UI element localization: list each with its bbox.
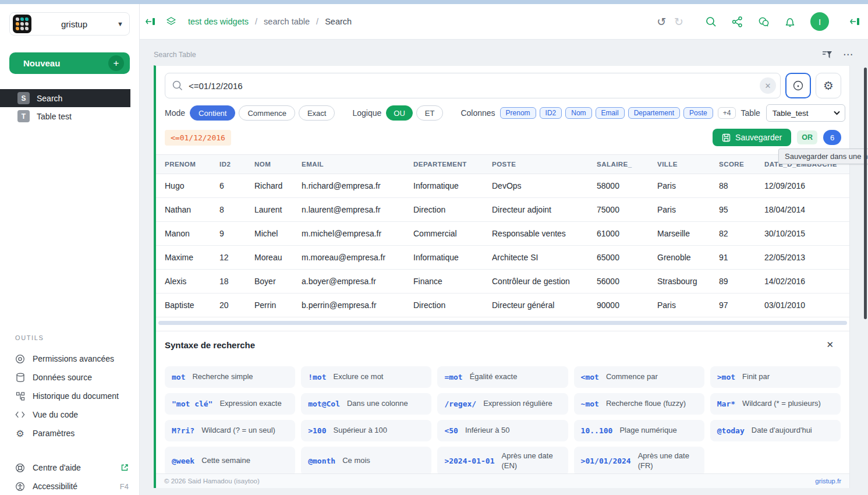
- table-cell: a.boyer@empresa.fr: [302, 270, 413, 294]
- table-cell: Richard: [254, 174, 302, 198]
- table-cell: Directeur général: [492, 294, 597, 317]
- sidebar-bottom-list: Centre d'aideAccessibilitéF4: [0, 458, 139, 495]
- clear-search-icon[interactable]: ✕: [760, 77, 776, 94]
- table-cell: Marseille: [657, 222, 719, 246]
- syntax-description: Recherche simple: [192, 372, 253, 382]
- tool-label: Centre d'aide: [33, 463, 81, 472]
- avatar[interactable]: I: [810, 12, 829, 31]
- more-options-icon[interactable]: ⋯: [843, 52, 853, 58]
- new-button[interactable]: Nouveau +: [9, 52, 130, 74]
- syntax-code: /regex/: [444, 399, 476, 408]
- column-chip-prenom[interactable]: Prenom: [500, 107, 536, 119]
- table-row[interactable]: Hugo6Richardh.richard@empresa.frInformat…: [156, 174, 849, 198]
- syntax-chip: 10..100Plage numérique: [574, 420, 704, 441]
- syntax-code: Mar*: [717, 399, 735, 408]
- columns-more-chip[interactable]: +4: [718, 107, 736, 119]
- mode-pill-exact[interactable]: Exact: [299, 105, 335, 121]
- collapse-left-panel-icon[interactable]: [146, 17, 155, 26]
- table-row[interactable]: Nathan8Laurentn.laurent@empresa.frDirect…: [156, 198, 849, 222]
- page-type-badge: T: [17, 110, 30, 122]
- redo-icon[interactable]: ↻: [674, 15, 683, 28]
- logic-pill-et[interactable]: ET: [416, 105, 444, 121]
- column-header[interactable]: PRENOM: [156, 155, 219, 174]
- column-header[interactable]: SCORE: [719, 155, 764, 174]
- table-cell: 14/02/2016: [764, 270, 849, 294]
- column-chip-id2[interactable]: ID2: [540, 107, 562, 119]
- column-chip-email[interactable]: Email: [596, 107, 625, 119]
- undo-icon[interactable]: ↺: [657, 15, 666, 28]
- column-header[interactable]: VILLE: [657, 155, 719, 174]
- table-body: Hugo6Richardh.richard@empresa.frInformat…: [156, 174, 849, 317]
- chevron-down-icon: ▼: [117, 20, 123, 27]
- syntax-code: =mot: [444, 373, 462, 381]
- column-header[interactable]: ID2: [219, 155, 254, 174]
- notifications-bell-icon[interactable]: [785, 16, 795, 27]
- column-header[interactable]: POSTE: [492, 155, 597, 174]
- filter-sort-icon[interactable]: [822, 50, 832, 59]
- table-cell: 56000: [597, 270, 657, 294]
- table-row[interactable]: Baptiste20Perrinb.perrin@empresa.frDirec…: [156, 294, 849, 317]
- syntax-description: Expression exacte: [219, 399, 281, 409]
- mode-label: Mode: [165, 108, 185, 118]
- workspace-switcher[interactable]: gristup ▼: [9, 12, 130, 36]
- card-footer: © 2026 Said Hamadou (isaytoo) gristup.fr: [156, 473, 849, 488]
- save-button[interactable]: Sauvegarder: [713, 129, 791, 146]
- table-cell: Direction: [413, 294, 492, 317]
- search-input[interactable]: [165, 73, 781, 98]
- filter-tag[interactable]: <=01/12/2016: [165, 130, 231, 146]
- workspace-name: gristup: [31, 19, 117, 29]
- sidebar-item-vue-du-code[interactable]: Vue du code: [0, 405, 139, 424]
- column-chip-departement[interactable]: Departement: [628, 107, 680, 119]
- table-row[interactable]: Manon9Michelm.michel@empresa.frCommercia…: [156, 222, 849, 246]
- column-header[interactable]: SALAIRE_: [597, 155, 657, 174]
- table-row[interactable]: Maxime12Moreaum.moreau@empresa.frInforma…: [156, 246, 849, 270]
- share-icon[interactable]: [732, 16, 743, 27]
- shortcut-label: F4: [120, 482, 129, 491]
- collapse-right-panel-icon[interactable]: [850, 17, 860, 26]
- syntax-chip: @todayDate d'aujourd'hui: [710, 420, 841, 441]
- sidebar-item-permissions-avanc-es[interactable]: Permissions avancées: [0, 349, 139, 368]
- table-cell: 97: [719, 294, 764, 317]
- table-cell: Responsable ventes: [492, 222, 597, 246]
- target-options-button[interactable]: [785, 73, 811, 98]
- sidebar-item-donn-es-source[interactable]: Données source: [0, 368, 139, 387]
- footer-link[interactable]: gristup.fr: [815, 478, 841, 485]
- logic-pill-ou[interactable]: OU: [386, 105, 413, 121]
- external-link-icon[interactable]: [121, 464, 129, 472]
- permissions-icon: [15, 354, 25, 364]
- close-icon[interactable]: ✕: [826, 340, 841, 350]
- settings-button[interactable]: ⚙: [816, 73, 841, 98]
- table-row[interactable]: Alexis18Boyera.boyer@empresa.frFinanceCo…: [156, 270, 849, 294]
- sidebar-item-accessibilit-[interactable]: AccessibilitéF4: [0, 477, 139, 495]
- syntax-chip: >2024-01-01Après une date (EN): [437, 447, 568, 476]
- vertical-scrollbar[interactable]: [864, 68, 867, 319]
- sidebar-item-centre-d-aide[interactable]: Centre d'aide: [0, 458, 139, 477]
- syntax-chip: !motExclure ce mot: [301, 366, 431, 388]
- mode-pill-contient[interactable]: Contient: [190, 105, 235, 121]
- syntax-description: Cette semaine: [201, 456, 250, 466]
- syntax-help-panel: Syntaxe de recherche ✕ motRecherche simp…: [156, 331, 849, 476]
- column-chip-poste[interactable]: Poste: [683, 107, 713, 119]
- column-header[interactable]: DEPARTEMENT: [413, 155, 492, 174]
- horizontal-scrollbar[interactable]: [158, 321, 847, 325]
- search-icon[interactable]: [706, 16, 717, 27]
- sidebar-item-param-tres[interactable]: ⚙Paramètres: [0, 424, 139, 443]
- table-cell: Informatique: [413, 174, 492, 198]
- sidebar-item-historique-du-document[interactable]: Historique du document: [0, 387, 139, 405]
- layers-icon: [166, 17, 176, 27]
- comments-icon[interactable]: [758, 16, 770, 27]
- table-cell: Contrôleur de gestion: [492, 270, 597, 294]
- column-header[interactable]: NOM: [254, 155, 302, 174]
- sidebar-page-search[interactable]: SSearch: [0, 89, 130, 107]
- table-cell: 61000: [597, 222, 657, 246]
- main-area: Search Table ⋯ ✕: [140, 40, 868, 495]
- column-chip-nom[interactable]: Nom: [565, 107, 591, 119]
- breadcrumb-doc[interactable]: test des widgets: [188, 17, 249, 26]
- mode-pill-commence[interactable]: Commence: [239, 105, 295, 121]
- table-select[interactable]: Table_test: [766, 104, 845, 122]
- syntax-chip: /regex/Expression régulière: [437, 393, 568, 415]
- column-header[interactable]: EMAIL: [302, 155, 413, 174]
- sidebar-page-table-test[interactable]: TTable test: [0, 107, 130, 125]
- breadcrumb-page[interactable]: search table: [264, 17, 310, 26]
- chevron-down-icon: [834, 109, 840, 116]
